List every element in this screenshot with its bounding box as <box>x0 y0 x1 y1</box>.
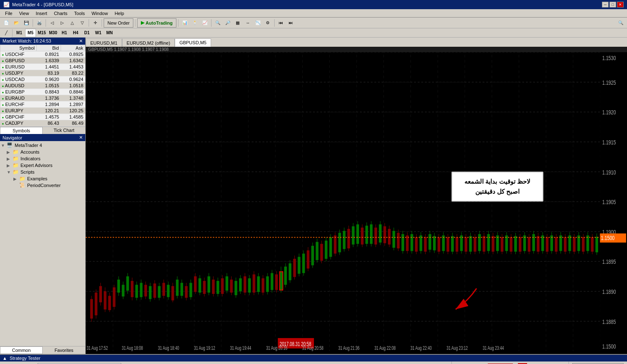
market-watch-row[interactable]: ● AUDUSD 1.0515 1.0518 <box>0 83 85 89</box>
market-watch-row[interactable]: ● EURGBP 0.8843 0.8846 <box>0 89 85 95</box>
sep4 <box>102 19 102 27</box>
svg-text:1.1890: 1.1890 <box>602 288 616 295</box>
annotation-line2: اصبح كل دقيقتين <box>458 187 537 197</box>
svg-text:31 Aug 18:40: 31 Aug 18:40 <box>158 345 179 351</box>
period-m1[interactable]: M1 <box>14 29 25 37</box>
mw-ask: 1.2897 <box>61 101 85 108</box>
period-m15[interactable]: M15 <box>36 29 47 37</box>
chart-tab-eurusd-m2[interactable]: EURUSD,M2 (offline) <box>122 38 175 47</box>
save-btn[interactable]: 💾 <box>22 18 31 28</box>
period-mn[interactable]: MN <box>104 29 115 37</box>
menu-bar: File View Insert Charts Tools Window Hel… <box>0 9 627 18</box>
period-d1[interactable]: D1 <box>82 29 92 37</box>
print-btn[interactable]: 🖨️ <box>35 18 44 28</box>
tree-accounts[interactable]: ▶ 📁 Accounts <box>0 149 85 155</box>
candle-btn[interactable]: 🕯️ <box>190 18 199 28</box>
pc-expand-icon <box>13 183 19 188</box>
arrow-up-btn[interactable]: △ <box>68 18 77 28</box>
tree-scripts[interactable]: ▼ 📁 Scripts <box>0 169 85 175</box>
annotation-line1: لاحظ توقيت بداية الشمعه <box>458 177 537 187</box>
nav-tab-favorites[interactable]: Favorites <box>43 346 85 354</box>
new-btn[interactable]: 📄 <box>2 18 11 28</box>
zoom-out-btn[interactable]: 🔎 <box>223 18 232 28</box>
chart-tab-eurusd-m1[interactable]: EURUSD,M1 <box>86 38 122 47</box>
menu-file[interactable]: File <box>2 9 16 18</box>
arrow-right-btn[interactable]: ▷ <box>58 18 67 28</box>
market-watch-row[interactable]: ● EURUSD 1.4451 1.4453 <box>0 64 85 70</box>
period-m5[interactable]: M5 <box>25 29 36 37</box>
st-drag-handle[interactable]: ▲ <box>3 356 7 361</box>
bar-chart-btn[interactable]: 📊 <box>180 18 189 28</box>
svg-text:31 Aug 22:40: 31 Aug 22:40 <box>410 345 432 351</box>
examples-expand-icon: ▶ <box>13 177 19 181</box>
menu-help[interactable]: Help <box>111 9 127 18</box>
mw-symbol: ● AUDUSD <box>0 83 37 89</box>
tree-period-converter[interactable]: 📜 PeriodConverter <box>0 182 85 189</box>
autotrading-button[interactable]: ▶ AutoTrading <box>137 18 176 28</box>
svg-text:1.1500: 1.1500 <box>601 234 614 241</box>
new-order-button[interactable]: New Order <box>104 18 133 28</box>
restore-button[interactable]: □ <box>609 2 616 8</box>
market-watch-row[interactable]: ● USDCAD 0.9620 0.9624 <box>0 76 85 83</box>
market-watch-row[interactable]: ● EURCHF 1.2894 1.2897 <box>0 101 85 108</box>
grid-btn[interactable]: ▦ <box>233 18 242 28</box>
tree-root[interactable]: ▼ 🖥️ MetaTrader 4 <box>0 142 85 149</box>
autoscroll-btn[interactable]: ↔ <box>243 18 252 28</box>
period-h1[interactable]: H1 <box>59 29 70 37</box>
accounts-folder-icon: 📁 <box>13 149 19 155</box>
svg-text:31 Aug 22:08: 31 Aug 22:08 <box>375 345 396 351</box>
menu-insert[interactable]: Insert <box>32 9 51 18</box>
crosshair-btn[interactable]: ✛ <box>91 18 100 28</box>
tab-tick-chart[interactable]: Tick Chart <box>43 127 85 134</box>
market-watch-close[interactable]: ✕ <box>79 38 83 44</box>
navigator-close[interactable]: ✕ <box>79 135 83 140</box>
market-watch-row[interactable]: ● GBPCHF 1.4575 1.4585 <box>0 114 85 120</box>
period-m30[interactable]: M30 <box>48 29 59 37</box>
title-text: MetaTrader 4 - [GBPUSD,M5] <box>12 2 73 7</box>
back-btn[interactable]: ⏮ <box>276 18 285 28</box>
search-btn[interactable]: 🔍 <box>616 18 625 28</box>
menu-window[interactable]: Window <box>88 9 111 18</box>
mw-symbol: ● GBPUSD <box>0 58 37 64</box>
sep1 <box>33 19 33 27</box>
templates-btn[interactable]: ⚙ <box>263 18 273 28</box>
tree-examples[interactable]: ▶ 📁 Examples <box>0 175 85 182</box>
indicators-btn[interactable]: 📉 <box>253 18 263 28</box>
tab-symbols[interactable]: Symbols <box>0 127 43 134</box>
forward-btn[interactable]: ⏭ <box>286 18 296 28</box>
navigator-header: Navigator ✕ <box>0 134 85 141</box>
market-watch-row[interactable]: ● USDCHF 0.8921 0.8925 <box>0 51 85 58</box>
period-bar: ╱ M1 M5 M15 M30 H1 H4 D1 W1 MN <box>0 28 627 38</box>
line-tool-btn[interactable]: ╱ <box>2 28 11 38</box>
indicators-expand-icon: ▶ <box>7 157 13 161</box>
menu-view[interactable]: View <box>16 9 33 18</box>
svg-text:31 Aug 23:44: 31 Aug 23:44 <box>483 345 504 351</box>
svg-text:1.1920: 1.1920 <box>602 109 616 116</box>
close-button[interactable]: ✕ <box>617 2 624 8</box>
arrow-left-btn[interactable]: ◁ <box>48 18 57 28</box>
minimize-button[interactable]: ─ <box>602 2 609 8</box>
zoom-in-btn[interactable]: 🔍 <box>213 18 222 28</box>
nav-tab-common[interactable]: Common <box>0 346 43 354</box>
period-w1[interactable]: W1 <box>93 29 104 37</box>
tree-experts[interactable]: ▶ 📁 Expert Advisors <box>0 162 85 169</box>
market-watch-row[interactable]: ● USDJPY 83.19 83.22 <box>0 70 85 76</box>
market-watch-row[interactable]: ● GBPUSD 1.6339 1.6342 <box>0 58 85 64</box>
arrow-down-btn[interactable]: ▽ <box>78 18 87 28</box>
market-watch-row[interactable]: ● EURJPY 120.21 120.25 <box>0 108 85 114</box>
sep2 <box>46 19 46 27</box>
mw-bid: 83.19 <box>36 70 61 76</box>
chart-tab-gbpusd-m5[interactable]: GBPUSD,M5 <box>175 38 211 47</box>
svg-text:31 Aug 21:36: 31 Aug 21:36 <box>338 345 359 351</box>
experts-folder-icon: 📁 <box>13 162 19 168</box>
market-watch-row[interactable]: ● CADJPY 86.43 86.49 <box>0 120 85 126</box>
line-btn[interactable]: 📈 <box>200 18 209 28</box>
period-h4[interactable]: H4 <box>70 29 81 37</box>
chart-canvas[interactable]: 1.1530 1.1925 1.1920 1.1915 1.1910 1.190… <box>86 52 627 351</box>
market-watch-row[interactable]: ● EURAUD 1.3736 1.3748 <box>0 95 85 101</box>
menu-tools[interactable]: Tools <box>71 9 88 18</box>
menu-charts[interactable]: Charts <box>51 9 71 18</box>
mw-bid: 1.4451 <box>36 64 61 70</box>
tree-indicators[interactable]: ▶ 📁 Indicators <box>0 155 85 162</box>
open-btn[interactable]: 📂 <box>12 18 21 28</box>
